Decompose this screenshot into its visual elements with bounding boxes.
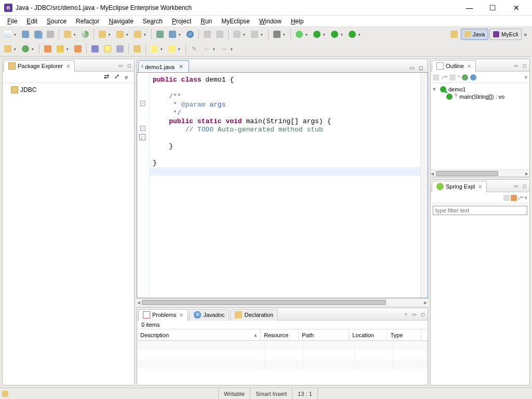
close-icon[interactable]: ✕ <box>467 63 471 69</box>
view-maximize-button[interactable]: ◻ <box>418 310 427 318</box>
col-location[interactable]: Location <box>349 329 387 340</box>
menu-refactor[interactable]: Refactor <box>72 17 103 26</box>
sort-az-icon[interactable]: ↓ᵃᶻ <box>518 195 524 201</box>
fold-toggle-icon[interactable]: − <box>140 101 145 106</box>
perspective-java[interactable]: Java <box>461 29 488 40</box>
sort-icon[interactable] <box>433 74 439 81</box>
window-close-button[interactable]: ✕ <box>504 1 528 15</box>
annotation-next-button[interactable] <box>166 43 178 55</box>
link-editor-icon[interactable]: ⤢ <box>114 73 124 82</box>
tab-problems[interactable]: Problems ✕ <box>138 309 188 321</box>
bookmark-icon[interactable] <box>131 43 143 55</box>
menu-window[interactable]: Window <box>255 17 286 26</box>
view-menu-icon[interactable]: ▿ <box>125 74 132 81</box>
tab-spring-explorer[interactable]: Spring Expl ✕ <box>432 181 487 192</box>
annotation-prev-button[interactable] <box>149 43 160 55</box>
new-class-button[interactable] <box>132 29 143 40</box>
tool-b-icon[interactable] <box>214 29 225 40</box>
forward-button[interactable]: ⇨ <box>219 43 230 55</box>
editor-minimize-button[interactable]: ▭ <box>407 63 416 72</box>
highlight-icon[interactable] <box>102 43 113 55</box>
tool-d-icon[interactable] <box>249 29 260 40</box>
col-description[interactable]: Description▴ <box>137 329 261 340</box>
back-button[interactable]: ⇦ <box>201 43 212 55</box>
perspective-myeclipse[interactable]: MyEcli <box>489 29 522 40</box>
close-icon[interactable]: ✕ <box>66 63 70 69</box>
sort-az-icon[interactable]: ↓ᵃᶻ <box>441 75 447 80</box>
open-task-button[interactable] <box>42 43 54 55</box>
view-menu-icon[interactable]: ▿ <box>525 195 527 201</box>
menu-myeclipse[interactable]: MyEclipse <box>217 17 254 26</box>
new-project-button[interactable] <box>2 43 14 55</box>
menu-project[interactable]: Project <box>168 17 195 26</box>
link-editor-icon[interactable] <box>511 195 517 201</box>
editor-maximize-button[interactable]: ◻ <box>416 63 425 72</box>
spring-filter-input[interactable] <box>433 206 527 215</box>
view-maximize-button[interactable]: ◻ <box>520 61 528 70</box>
overview-ruler[interactable] <box>420 73 428 298</box>
deploy-button[interactable] <box>154 29 166 40</box>
search-button[interactable] <box>55 43 66 55</box>
view-menu-icon[interactable]: ▿ <box>525 75 527 80</box>
view-minimize-button[interactable]: ▭ <box>512 182 520 190</box>
tab-outline[interactable]: Outline ✕ <box>432 60 476 72</box>
menu-edit[interactable]: Edit <box>22 17 42 26</box>
menu-source[interactable]: Source <box>43 17 71 26</box>
menu-help[interactable]: Help <box>287 17 308 26</box>
col-resource[interactable]: Resource <box>261 329 299 340</box>
col-type[interactable]: Type <box>387 329 421 340</box>
open-perspective-button[interactable] <box>448 29 460 40</box>
browser-icon[interactable] <box>184 29 196 40</box>
window-maximize-button[interactable]: ☐ <box>481 1 504 15</box>
external-tools-button[interactable] <box>347 29 358 40</box>
run-last-button[interactable] <box>329 29 340 40</box>
view-maximize-button[interactable]: ◻ <box>125 61 133 70</box>
tool-c-icon[interactable] <box>231 29 243 40</box>
fold-toggle-icon[interactable]: − <box>140 126 145 131</box>
camera-icon[interactable] <box>271 29 283 40</box>
save-all-button[interactable] <box>32 29 44 40</box>
menu-search[interactable]: Search <box>139 17 167 26</box>
hide-fields-icon[interactable] <box>449 74 456 81</box>
format-icon[interactable] <box>114 43 126 55</box>
hide-local-icon[interactable] <box>470 74 476 81</box>
refresh-icon[interactable] <box>79 29 91 40</box>
outline-class[interactable]: ▾ ▶ demo1 <box>433 85 527 93</box>
view-minimize-button[interactable]: ▭ <box>410 310 418 318</box>
menu-run[interactable]: Run <box>196 17 216 26</box>
link-icon[interactable] <box>72 43 84 55</box>
menu-file[interactable]: File <box>3 17 21 26</box>
view-minimize-button[interactable]: ▭ <box>512 61 520 70</box>
collapse-all-icon[interactable] <box>503 195 510 201</box>
close-icon[interactable]: ✕ <box>179 312 183 318</box>
build-button[interactable] <box>20 43 31 55</box>
col-path[interactable]: Path <box>299 329 349 340</box>
run-button[interactable] <box>311 29 323 40</box>
open-type-button[interactable] <box>97 29 108 40</box>
close-icon[interactable]: ✕ <box>478 184 482 190</box>
view-minimize-button[interactable]: ▭ <box>116 61 125 70</box>
code-editor[interactable]: − − ✓ public class demo1 { /** * @param … <box>137 72 428 298</box>
hide-static-icon[interactable]: ˢ <box>458 74 460 81</box>
hide-nonpublic-icon[interactable] <box>462 74 468 81</box>
view-menu-icon[interactable]: ▿ <box>402 310 410 318</box>
outline-horizontal-scrollbar[interactable]: ◂▸ <box>431 169 529 177</box>
view-maximize-button[interactable]: ◻ <box>520 182 528 190</box>
tab-declaration[interactable]: Declaration <box>230 309 278 321</box>
new-button[interactable] <box>2 29 14 40</box>
tool-a-icon[interactable] <box>202 29 213 40</box>
menu-navigate[interactable]: Navigate <box>104 17 137 26</box>
toggle-mark-icon[interactable] <box>89 43 101 55</box>
debug-button[interactable] <box>294 29 305 40</box>
server-button[interactable] <box>167 29 178 40</box>
new-package-button[interactable] <box>114 29 126 40</box>
editor-tab-close-icon[interactable]: ✕ <box>179 63 183 70</box>
new-wizard-button[interactable] <box>62 29 73 40</box>
outline-method-main[interactable]: S main(String[]) : vo <box>433 93 527 100</box>
task-marker-icon[interactable]: ✓ <box>139 134 145 140</box>
editor-horizontal-scrollbar[interactable]: ◂▸ <box>137 298 428 305</box>
window-minimize-button[interactable]: — <box>458 1 481 15</box>
save-button[interactable] <box>20 29 31 40</box>
last-edit-icon[interactable]: ✎ <box>189 43 200 55</box>
collapse-all-icon[interactable]: ⇄ <box>104 73 113 82</box>
